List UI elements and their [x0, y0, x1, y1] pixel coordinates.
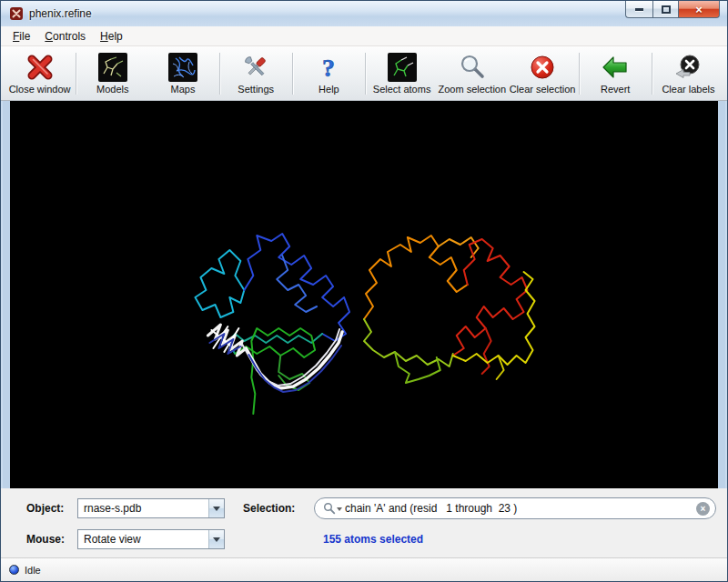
zoom-selection-icon	[457, 53, 488, 82]
minimize-button[interactable]	[625, 1, 652, 18]
close-icon: ×	[695, 3, 703, 16]
maps-icon	[167, 53, 198, 82]
toolbar-button-zoom-selection[interactable]: Zoom selection	[437, 48, 507, 99]
close-button[interactable]: ×	[678, 1, 720, 18]
mouse-dropdown-value: Rotate view	[78, 530, 208, 548]
toolbar-button-settings[interactable]: Settings	[221, 48, 291, 99]
chevron-down-icon[interactable]	[208, 530, 224, 548]
molecule-structure	[10, 101, 718, 488]
menu-help[interactable]: Help	[93, 27, 130, 45]
menu-controls[interactable]: Controls	[37, 27, 93, 45]
selection-search-field[interactable]: ×	[314, 497, 716, 519]
toolbar-label: Maps	[171, 84, 196, 95]
clear-search-button[interactable]: ×	[696, 502, 710, 516]
toolbar-separator	[365, 53, 366, 95]
selection-input[interactable]	[345, 499, 693, 517]
toolbar-separator	[652, 53, 652, 95]
menubar: File Controls Help	[1, 26, 727, 46]
search-menu-button[interactable]	[323, 502, 342, 515]
statusbar: Idle	[1, 557, 727, 581]
help-icon: ?	[313, 53, 344, 82]
toolbar-button-clear-selection[interactable]: Clear selection	[507, 48, 577, 99]
caption-buttons: ×	[625, 1, 720, 18]
toolbar-label: Clear selection	[510, 84, 576, 95]
object-dropdown-value: rnase-s.pdb	[78, 499, 208, 517]
toolbar-label: Help	[318, 84, 339, 95]
search-icon	[323, 502, 336, 515]
toolbar-button-models[interactable]: Models	[77, 48, 147, 99]
toolbar-label: Select atoms	[373, 84, 431, 95]
mouse-label: Mouse:	[26, 533, 77, 546]
maximize-button[interactable]	[652, 1, 678, 18]
maximize-icon	[662, 5, 671, 14]
toolbar-button-revert[interactable]: Revert	[581, 48, 651, 99]
revert-icon	[600, 53, 631, 82]
svg-text:?: ?	[322, 54, 335, 82]
settings-icon	[240, 53, 271, 82]
toolbar-label: Models	[96, 84, 128, 95]
toolbar-label: Settings	[238, 84, 274, 95]
control-panel: Object: rnase-s.pdb Selection: × Mouse: …	[1, 488, 727, 557]
status-led-icon	[9, 565, 19, 575]
toolbar-separator	[292, 53, 293, 95]
atoms-selected-text: 155 atoms selected	[314, 533, 716, 546]
toolbar-button-help[interactable]: ? Help	[294, 48, 364, 99]
status-text: Idle	[25, 565, 41, 576]
toolbar-separator	[219, 53, 220, 95]
titlebar: phenix.refine ×	[1, 1, 727, 26]
toolbar-button-select-atoms[interactable]: Select atoms	[367, 48, 437, 99]
models-icon	[97, 53, 128, 82]
selection-label: Selection:	[243, 502, 314, 515]
minimize-icon	[635, 8, 643, 11]
clear-labels-icon	[672, 53, 703, 82]
app-icon	[9, 6, 24, 21]
toolbar-button-clear-labels[interactable]: Clear labels	[653, 48, 723, 99]
window-title: phenix.refine	[29, 7, 92, 20]
toolbar-separator	[579, 53, 580, 95]
main-window: phenix.refine × File Controls Help Close…	[0, 0, 728, 582]
select-atoms-icon	[387, 53, 418, 82]
chevron-down-icon[interactable]	[208, 499, 224, 517]
toolbar-label: Revert	[601, 84, 630, 95]
toolbar-separator	[76, 53, 76, 95]
close-window-icon	[25, 53, 56, 82]
toolbar-label: Zoom selection	[439, 84, 507, 95]
toolbar-button-close-window[interactable]: Close window	[5, 48, 75, 99]
toolbar-button-maps[interactable]: Maps	[147, 48, 217, 99]
object-dropdown[interactable]: rnase-s.pdb	[77, 498, 225, 518]
object-label: Object:	[26, 502, 77, 515]
mouse-dropdown[interactable]: Rotate view	[77, 529, 225, 549]
chevron-down-icon	[337, 507, 342, 514]
menu-file[interactable]: File	[5, 27, 37, 45]
toolbar-label: Clear labels	[662, 84, 714, 95]
toolbar: Close window Models Maps	[1, 46, 727, 101]
toolbar-label: Close window	[9, 84, 71, 95]
clear-selection-icon	[527, 53, 558, 82]
gl-viewport[interactable]	[10, 101, 718, 488]
